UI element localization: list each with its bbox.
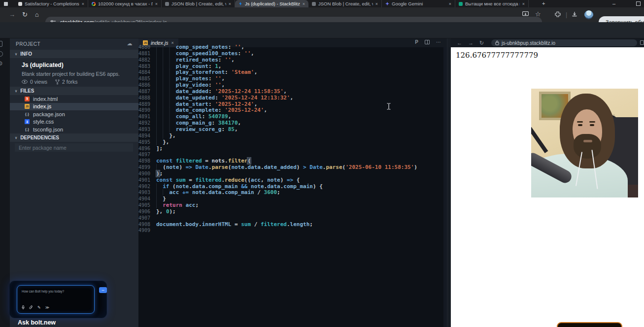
browser-toolbar: → ↻ ⌂ stackblitz.com/edit/js-ubnkbpup?fi… xyxy=(0,7,644,22)
microphone-icon[interactable] xyxy=(22,305,25,310)
gear-icon[interactable]: ⚙ xyxy=(0,60,4,67)
preview-back-icon[interactable]: ← xyxy=(457,40,462,46)
line-number: 4909 xyxy=(138,228,156,234)
browser-tab[interactable]: Satisfactory - Completions | Ho× xyxy=(15,0,88,7)
dependency-search-input[interactable] xyxy=(15,143,133,152)
person-eye xyxy=(578,124,582,126)
line-number: 4882 xyxy=(138,57,156,64)
open-in-new-window-icon[interactable] xyxy=(640,40,644,45)
minimize-widget-button[interactable]: – xyxy=(99,287,107,293)
line-number: 4885 xyxy=(138,76,156,82)
browser-tab[interactable]: JSON Blob | Create, edit, view, f× xyxy=(162,0,235,7)
preview-toolbar: ← → ↻ js-ubnkbpup.stackblitz.io xyxy=(451,38,644,47)
close-icon[interactable]: × xyxy=(82,1,84,6)
close-icon[interactable]: × xyxy=(303,1,305,6)
ask-bolt-link[interactable]: Ask bolt.new xyxy=(18,319,56,326)
window-maximize-button[interactable] xyxy=(636,1,641,6)
line-number: 4889 xyxy=(138,101,156,108)
file-name: tsconfig.json xyxy=(33,127,63,132)
code-content[interactable]: 4880 comp_speed_notes: '',4881 comp_spee… xyxy=(138,44,443,234)
search-icon[interactable] xyxy=(0,51,3,57)
send-to-device-icon[interactable] xyxy=(522,11,529,17)
forks-stat: 2 forks xyxy=(55,79,78,85)
file-item-index.html[interactable]: 5index.html xyxy=(10,95,138,103)
send-icon[interactable]: ≫ xyxy=(45,305,49,310)
bolt-input-icons: ✎ ≫ xyxy=(22,305,49,310)
close-icon[interactable]: × xyxy=(375,1,378,6)
browser-tabs: Satisfactory - Completions | Ho×102000 с… xyxy=(15,0,529,7)
window-minimize-button[interactable]: – xyxy=(612,0,615,6)
editor-scrollbar[interactable] xyxy=(443,47,447,327)
line-number: 4903 xyxy=(138,190,156,196)
lock-icon xyxy=(495,40,499,45)
json-file-icon: {.} xyxy=(25,127,30,132)
section-info[interactable]: ∨ INFO xyxy=(10,50,138,58)
new-tab-button[interactable]: + xyxy=(542,0,545,6)
browser-tab[interactable]: Вытащи мне все отсюда все с× xyxy=(455,0,529,7)
file-item-style.css[interactable]: 3style.css xyxy=(10,118,138,126)
close-icon[interactable]: × xyxy=(449,1,451,6)
line-code: ]; xyxy=(156,146,163,152)
activity-bar: ⚙ xyxy=(0,38,10,327)
tab-label: Satisfactory - Completions | Ho xyxy=(25,1,79,6)
close-icon[interactable]: × xyxy=(155,1,158,6)
section-dependencies[interactable]: ∨ DEPENDENCIES xyxy=(10,133,138,142)
home-icon[interactable]: ⌂ xyxy=(35,11,39,18)
eye-icon xyxy=(22,80,28,84)
line-number: 4880 xyxy=(138,44,156,51)
bolt-widget-card: How can Bolt help you today? ✎ ≫ – xyxy=(10,281,106,318)
profile-avatar[interactable] xyxy=(584,10,593,19)
bookmark-star-icon[interactable]: ☆ xyxy=(535,10,541,18)
jsonblob-favicon xyxy=(165,2,169,6)
file-item-package.json[interactable]: {.}package.json xyxy=(10,110,138,118)
panel-resizer[interactable] xyxy=(447,38,451,327)
extensions-icon[interactable] xyxy=(555,11,561,17)
split-editor-icon[interactable] xyxy=(425,40,430,44)
line-number: 4906 xyxy=(138,209,156,215)
tab-label: Вытащи мне все отсюда все с xyxy=(465,1,520,6)
css-file-icon: 3 xyxy=(25,119,30,124)
tab-label: Google Gemini xyxy=(392,1,446,6)
line-number: 4895 xyxy=(138,139,156,146)
line-number: 4901 xyxy=(138,177,156,184)
line-number: 4894 xyxy=(138,133,156,139)
code-line: 4896]; xyxy=(138,146,443,152)
chevron-down-icon: ∨ xyxy=(15,136,17,140)
close-icon[interactable]: × xyxy=(229,1,231,6)
downloads-icon[interactable] xyxy=(572,11,577,17)
line-number: 4904 xyxy=(138,196,156,202)
file-name: index.html xyxy=(33,96,58,102)
fork-icon xyxy=(55,79,60,85)
close-icon[interactable]: × xyxy=(522,1,525,6)
paperclip-icon[interactable] xyxy=(29,305,33,310)
bolt-chat-input-box[interactable]: How can Bolt help you today? ✎ ≫ – xyxy=(17,285,95,314)
browser-tab[interactable]: 102000 секунд в часах - Пои× xyxy=(88,0,162,7)
file-name: index.js xyxy=(33,103,51,109)
browser-tab[interactable]: JSON Blob | Create, edit, view, f× xyxy=(308,0,382,7)
line-number: 4896 xyxy=(138,146,156,152)
line-number: 4884 xyxy=(138,69,156,76)
tab-label: JSON Blob | Create, edit, view, f xyxy=(171,1,226,6)
code-line: 4899 (note) => Date.parse(note.data.date… xyxy=(138,164,443,171)
file-name: package.json xyxy=(33,111,65,117)
line-number: 4881 xyxy=(138,51,156,57)
line-number: 4886 xyxy=(138,82,156,89)
microphone-arm xyxy=(531,123,548,153)
file-item-tsconfig.json[interactable]: {.}tsconfig.json xyxy=(10,126,138,133)
line-code: }, 0); xyxy=(156,209,176,215)
preview-refresh-icon[interactable]: ↻ xyxy=(479,40,484,46)
files-panel-icon[interactable] xyxy=(0,41,2,47)
cloud-icon[interactable]: ☁ xyxy=(127,40,133,47)
preview-url-bar[interactable]: js-ubnkbpup.stackblitz.io xyxy=(491,39,637,46)
browser-tab[interactable]: Js (duplicated) - StackBlitz× xyxy=(235,0,308,7)
section-files[interactable]: ∨ FILES xyxy=(10,87,138,95)
forward-icon[interactable]: → xyxy=(9,11,15,18)
line-number: 4905 xyxy=(138,202,156,209)
line-number: 4887 xyxy=(138,89,156,95)
preview-forward-icon[interactable]: → xyxy=(468,40,474,46)
toolbar-separator: | xyxy=(566,11,567,18)
pencil-icon[interactable]: ✎ xyxy=(37,305,41,310)
browser-tab[interactable]: Google Gemini× xyxy=(382,0,455,7)
file-item-index.js[interactable]: JSindex.js xyxy=(10,103,138,111)
reload-icon[interactable]: ↻ xyxy=(22,11,28,18)
